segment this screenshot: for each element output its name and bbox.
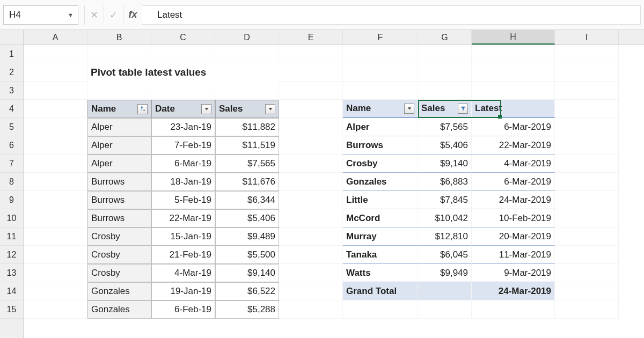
- confirm-button[interactable]: ✓: [104, 5, 123, 25]
- pivot-header-sales[interactable]: Sales: [418, 100, 472, 118]
- column-header-B[interactable]: B: [87, 30, 151, 45]
- row-header-12[interactable]: 12: [0, 246, 23, 264]
- row-header-15[interactable]: 15: [0, 300, 23, 319]
- cell[interactable]: [279, 300, 343, 319]
- pivot-cell-name[interactable]: Watts: [343, 264, 418, 282]
- pivot-cell-latest[interactable]: 22-Mar-2019: [472, 136, 555, 155]
- cell[interactable]: [279, 227, 343, 246]
- table-cell-name[interactable]: Alper: [87, 118, 151, 136]
- cell[interactable]: [279, 45, 343, 63]
- table-cell-name[interactable]: Alper: [87, 136, 151, 155]
- table-cell-date[interactable]: 18-Jan-19: [151, 173, 215, 191]
- column-header-I[interactable]: I: [555, 30, 619, 45]
- pivot-header-name[interactable]: Name: [343, 100, 418, 118]
- pivot-cell-latest[interactable]: 6-Mar-2019: [472, 173, 555, 191]
- pivot-cell-latest[interactable]: 4-Mar-2019: [472, 155, 555, 173]
- cell[interactable]: [24, 155, 87, 173]
- cell[interactable]: [151, 82, 215, 100]
- filter-dropdown-icon[interactable]: [265, 104, 275, 114]
- row-header-9[interactable]: 9: [0, 191, 23, 209]
- pivot-cell-sales[interactable]: $9,140: [418, 155, 472, 173]
- cell[interactable]: [279, 136, 343, 155]
- cell[interactable]: [279, 173, 343, 191]
- row-header-13[interactable]: 13: [0, 264, 23, 282]
- cell[interactable]: [279, 191, 343, 209]
- pivot-cell-sales[interactable]: $9,949: [418, 264, 472, 282]
- cell[interactable]: [279, 63, 343, 82]
- cancel-button[interactable]: ✕: [84, 5, 104, 25]
- table-cell-date[interactable]: 21-Feb-19: [151, 246, 215, 264]
- cell[interactable]: [555, 100, 619, 118]
- row-header-10[interactable]: 10: [0, 209, 23, 227]
- cell[interactable]: [215, 63, 279, 82]
- pivot-cell-sales[interactable]: $5,406: [418, 136, 472, 155]
- cell[interactable]: [24, 300, 87, 319]
- cell[interactable]: [343, 300, 418, 319]
- table-cell-sales[interactable]: $11,676: [215, 173, 279, 191]
- pivot-cell-latest[interactable]: 9-Mar-2019: [472, 264, 555, 282]
- pivot-cell-latest[interactable]: 6-Mar-2019: [472, 118, 555, 136]
- formula-input[interactable]: Latest: [142, 5, 641, 25]
- column-header-A[interactable]: A: [24, 30, 87, 45]
- table-cell-name[interactable]: Crosby: [87, 264, 151, 282]
- table-cell-date[interactable]: 23-Jan-19: [151, 118, 215, 136]
- pivot-cell-sales[interactable]: $7,565: [418, 118, 472, 136]
- table-cell-date[interactable]: 6-Feb-19: [151, 300, 215, 319]
- cell[interactable]: [215, 45, 279, 63]
- column-header-G[interactable]: G: [418, 30, 472, 45]
- cell[interactable]: [555, 118, 619, 136]
- cell[interactable]: [418, 82, 472, 100]
- pivot-cell-sales[interactable]: $6,883: [418, 173, 472, 191]
- row-header-14[interactable]: 14: [0, 282, 23, 300]
- cell[interactable]: [87, 45, 151, 63]
- cells-area[interactable]: Pivot table latest values: [24, 45, 644, 338]
- table-header-name[interactable]: Name: [87, 100, 151, 118]
- cell[interactable]: [472, 82, 555, 100]
- pivot-cell-sales[interactable]: $10,042: [418, 209, 472, 227]
- select-all-corner[interactable]: [0, 30, 23, 45]
- cell[interactable]: [24, 100, 87, 118]
- table-cell-sales[interactable]: $7,565: [215, 155, 279, 173]
- cell[interactable]: [24, 282, 87, 300]
- column-header-H[interactable]: H: [472, 30, 555, 45]
- cell[interactable]: [555, 45, 619, 63]
- table-header-sales[interactable]: Sales: [215, 100, 279, 118]
- filter-active-icon[interactable]: [458, 104, 468, 114]
- table-cell-sales[interactable]: $5,500: [215, 246, 279, 264]
- table-cell-sales[interactable]: $11,519: [215, 136, 279, 155]
- cell[interactable]: [555, 282, 619, 300]
- table-cell-date[interactable]: 22-Mar-19: [151, 209, 215, 227]
- pivot-cell-latest[interactable]: 24-Mar-2019: [472, 191, 555, 209]
- pivot-cell-name[interactable]: Crosby: [343, 155, 418, 173]
- cell[interactable]: [24, 246, 87, 264]
- cell[interactable]: [555, 155, 619, 173]
- table-cell-name[interactable]: Gonzales: [87, 282, 151, 300]
- cell[interactable]: [555, 82, 619, 100]
- table-cell-name[interactable]: Crosby: [87, 227, 151, 246]
- pivot-cell-name[interactable]: Little: [343, 191, 418, 209]
- cell[interactable]: [555, 209, 619, 227]
- cell[interactable]: [472, 45, 555, 63]
- table-cell-name[interactable]: Alper: [87, 155, 151, 173]
- pivot-cell-sales[interactable]: $6,045: [418, 246, 472, 264]
- table-cell-date[interactable]: 7-Feb-19: [151, 136, 215, 155]
- cell[interactable]: [343, 63, 418, 82]
- cell[interactable]: [343, 82, 418, 100]
- row-header-4[interactable]: 4: [0, 100, 23, 118]
- table-cell-name[interactable]: Burrows: [87, 191, 151, 209]
- row-header-5[interactable]: 5: [0, 118, 23, 136]
- cell[interactable]: [87, 82, 151, 100]
- cell[interactable]: [555, 63, 619, 82]
- table-cell-sales[interactable]: $6,522: [215, 282, 279, 300]
- pivot-cell-name[interactable]: Burrows: [343, 136, 418, 155]
- table-cell-sales[interactable]: $5,406: [215, 209, 279, 227]
- pivot-cell-name[interactable]: Alper: [343, 118, 418, 136]
- fx-button[interactable]: fx: [123, 5, 142, 25]
- cell[interactable]: [24, 191, 87, 209]
- cell[interactable]: [418, 45, 472, 63]
- cell[interactable]: [279, 264, 343, 282]
- cell[interactable]: [279, 246, 343, 264]
- row-header-2[interactable]: 2: [0, 63, 23, 82]
- table-cell-name[interactable]: Burrows: [87, 209, 151, 227]
- cell[interactable]: [24, 173, 87, 191]
